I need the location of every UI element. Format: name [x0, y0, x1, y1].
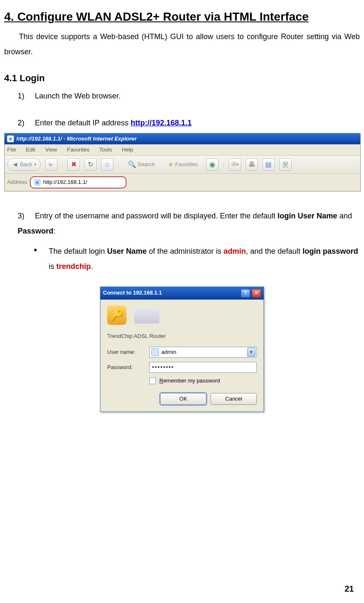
menu-favorites[interactable]: Favorites	[67, 146, 89, 153]
address-bar-row: Address e http://192.168.1.1/	[5, 174, 360, 191]
browser-menubar: File Edit View Favorites Tools Help	[5, 144, 360, 156]
bullet-icon: ●	[34, 244, 49, 255]
dialog-header-art: 🔑	[107, 305, 257, 325]
password-masked: ••••••••	[152, 364, 174, 371]
bullet-item: ● The default login User Name of the adm…	[34, 244, 360, 274]
step-2-number: 2)	[18, 115, 33, 130]
dialog-titlebar: Connect to 192.168.1.1 ? ✕	[100, 287, 264, 300]
search-icon: 🔍	[128, 160, 136, 169]
menu-file[interactable]: File	[7, 146, 16, 153]
search-label: Search	[138, 161, 155, 168]
password-label: Password:	[107, 364, 149, 371]
ok-label: OK	[179, 395, 187, 403]
back-button[interactable]: ◄ Back ▾	[7, 158, 41, 171]
chevron-down-icon[interactable]: ▾	[247, 348, 256, 357]
password-input[interactable]: ••••••••	[149, 362, 257, 373]
step-3: 3) Entry of the username and password wi…	[18, 208, 360, 239]
step-3-bold2: Password	[18, 227, 53, 235]
remember-label: Remember my password	[159, 377, 220, 385]
username-row: User name: admin ▾	[107, 347, 257, 358]
messenger-button[interactable]: 웃	[279, 158, 292, 171]
forward-button[interactable]: ►	[45, 158, 58, 171]
print-icon: 🖶	[248, 160, 255, 169]
bullet-p5: .	[91, 262, 93, 271]
bullet-b2: login password	[303, 247, 358, 255]
dialog-title-text: Connect to 192.168.1.1	[103, 289, 162, 297]
server-icon	[134, 307, 159, 324]
close-button[interactable]: ✕	[252, 289, 261, 298]
auth-dialog: Connect to 192.168.1.1 ? ✕ 🔑 TrendChip A…	[100, 287, 264, 412]
step-1: 1) Launch the Web browser.	[18, 88, 360, 104]
refresh-icon: ↻	[88, 160, 93, 169]
step-1-number: 1)	[18, 88, 33, 104]
stop-icon: ✖	[71, 160, 76, 169]
browser-titlebar: e http://192.168.1.1/ - Microsoft Intern…	[5, 133, 360, 144]
media-icon: ◉	[209, 160, 215, 169]
bullet-value-username: admin	[224, 247, 246, 255]
address-field[interactable]: e http://192.168.1.1/	[30, 176, 127, 188]
bullet-p1: The default login	[49, 247, 107, 255]
mail-button[interactable]: ✉▾	[229, 158, 241, 171]
remember-row: Remember my password	[149, 377, 257, 385]
step-3-post: :	[53, 227, 55, 235]
menu-edit[interactable]: Edit	[26, 146, 35, 153]
bullet-value-password: trendchip	[56, 262, 91, 271]
browser-toolbar: ◄ Back ▾ ► | ✖ ↻ ⌂ | 🔍 Search ★ Favorite…	[5, 156, 360, 174]
menu-view[interactable]: View	[45, 146, 57, 153]
cancel-label: Cancel	[225, 395, 242, 403]
step-2-text: Enter the default IP address	[35, 119, 131, 127]
favorites-button[interactable]: ★ Favorites	[164, 159, 202, 170]
step-2: 2) Enter the default IP address http://1…	[18, 115, 360, 130]
default-ip-link[interactable]: http://192.168.1.1	[131, 119, 192, 127]
realm-text: TrendChip ADSL Router	[107, 332, 257, 340]
bullet-b1: User Name	[107, 247, 147, 255]
address-label: Address	[7, 178, 27, 186]
keys-icon: 🔑	[107, 305, 127, 325]
bullet-p4: is	[49, 262, 56, 271]
auth-dialog-screenshot: Connect to 192.168.1.1 ? ✕ 🔑 TrendChip A…	[100, 287, 264, 412]
user-icon	[151, 348, 159, 356]
back-arrow-icon: ◄	[12, 160, 18, 169]
page-icon: e	[34, 179, 41, 186]
username-value: admin	[161, 348, 247, 356]
username-combobox[interactable]: admin ▾	[149, 347, 257, 358]
edit-icon: ▤	[265, 160, 272, 169]
bullet-p2: of the administrator is	[147, 247, 224, 255]
subsection-heading: 4.1 Login	[4, 72, 360, 85]
media-button[interactable]: ◉	[206, 158, 219, 171]
username-label: User name:	[107, 348, 149, 356]
browser-screenshot: e http://192.168.1.1/ - Microsoft Intern…	[4, 133, 361, 191]
mail-icon: ✉	[231, 160, 237, 169]
refresh-button[interactable]: ↻	[84, 158, 97, 171]
star-icon: ★	[168, 160, 174, 169]
menu-help[interactable]: Help	[122, 146, 133, 153]
back-label: Back	[20, 161, 32, 168]
step-3-mid: and	[337, 212, 352, 220]
menu-tools[interactable]: Tools	[99, 146, 112, 153]
forward-arrow-icon: ►	[48, 160, 55, 169]
step-3-number: 3)	[18, 208, 33, 223]
home-button[interactable]: ⌂	[101, 158, 113, 171]
step-1-text: Launch the Web browser.	[35, 92, 121, 100]
search-button[interactable]: 🔍 Search	[124, 159, 159, 170]
messenger-icon: 웃	[282, 160, 289, 169]
chevron-down-icon: ▾	[34, 162, 36, 167]
edit-button[interactable]: ▤	[262, 158, 275, 171]
dialog-body: 🔑 TrendChip ADSL Router User name: admin…	[100, 300, 264, 412]
step-3-pre: Entry of the username and password will …	[35, 212, 277, 220]
home-icon: ⌂	[105, 160, 109, 169]
cancel-button[interactable]: Cancel	[211, 393, 257, 405]
intro-paragraph: This device supports a Web-based (HTML) …	[4, 29, 360, 59]
address-value: http://192.168.1.1/	[43, 178, 87, 186]
password-row: Password: ••••••••	[107, 362, 257, 373]
step-3-bold1: login User Name	[277, 212, 337, 220]
help-button[interactable]: ?	[241, 289, 250, 298]
bullet-p3: , and the default	[246, 247, 303, 255]
stop-button[interactable]: ✖	[67, 158, 80, 171]
remember-checkbox[interactable]	[149, 377, 156, 384]
ie-logo-icon: e	[7, 135, 14, 142]
dialog-buttons: OK Cancel	[107, 393, 257, 405]
intro-text: This device supports a Web-based (HTML) …	[4, 32, 360, 56]
ok-button[interactable]: OK	[160, 393, 206, 405]
print-button[interactable]: 🖶	[245, 158, 258, 171]
